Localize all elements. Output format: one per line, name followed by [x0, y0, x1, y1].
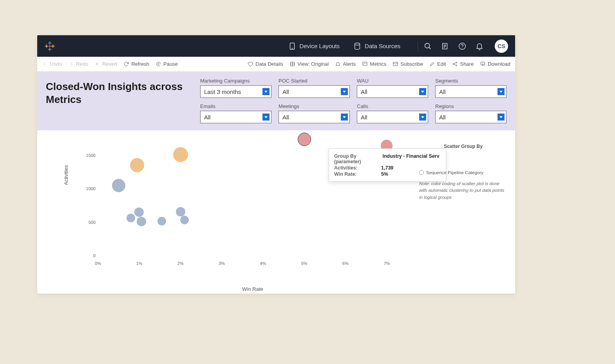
- x-axis-label: Win Rate: [98, 286, 407, 292]
- svg-rect-27: [393, 62, 398, 66]
- filter-wau: WAU All: [357, 78, 428, 98]
- app-window: Device Layouts Data Sources CS: [37, 35, 515, 294]
- data-point[interactable]: [176, 207, 185, 216]
- new-workbook-icon[interactable]: [441, 42, 449, 50]
- svg-point-12: [355, 43, 360, 45]
- svg-point-29: [456, 62, 457, 63]
- y-tick: 500: [82, 220, 96, 225]
- dashboard-title: Closed-Won Insights across Metrics: [46, 78, 191, 123]
- filter-label: Emails: [200, 103, 271, 109]
- filter-marketing-campaigns: Marketing Campaigns Last 3 months: [200, 78, 271, 98]
- download-button[interactable]: Download: [480, 61, 510, 67]
- groupby-radio[interactable]: Sequence Pipeline Category: [419, 170, 507, 175]
- data-point[interactable]: [134, 207, 144, 217]
- subscribe-button[interactable]: Subscribe: [393, 61, 423, 67]
- device-layouts-link[interactable]: Device Layouts: [288, 42, 340, 50]
- y-tick: 0: [82, 253, 96, 258]
- side-panel-note: Note: color coding of scatter plot is do…: [419, 180, 507, 201]
- data-sources-label: Data Sources: [365, 43, 400, 49]
- filter-select-calls[interactable]: All: [357, 111, 428, 123]
- x-tick: 1%: [136, 261, 142, 266]
- filter-label: WAU: [357, 78, 428, 84]
- filter-emails: Emails All: [200, 103, 271, 123]
- data-point[interactable]: [173, 147, 188, 162]
- radio-icon: [419, 170, 424, 175]
- svg-line-14: [429, 47, 430, 49]
- data-point[interactable]: [157, 217, 166, 225]
- edit-button[interactable]: Edit: [429, 61, 446, 67]
- revert-button[interactable]: Revert: [94, 61, 117, 67]
- filter-select-segments[interactable]: All: [435, 85, 506, 98]
- filter-select-meetings[interactable]: All: [279, 111, 350, 123]
- filter-select-regions[interactable]: All: [435, 111, 506, 123]
- data-point[interactable]: [130, 158, 144, 172]
- x-tick: 7%: [383, 261, 390, 266]
- search-icon[interactable]: [423, 42, 432, 50]
- data-sources-link[interactable]: Data Sources: [353, 42, 400, 50]
- database-icon: [353, 42, 362, 50]
- filter-poc-started: POC Started All: [279, 78, 350, 98]
- tableau-logo-icon: [44, 41, 55, 52]
- chevron-down-icon: [419, 114, 426, 121]
- svg-point-30: [456, 65, 457, 66]
- undo-button[interactable]: Undo: [42, 61, 62, 67]
- pause-button[interactable]: Pause: [156, 61, 178, 67]
- x-tick: 2%: [177, 261, 184, 266]
- filter-label: Segments: [435, 78, 506, 84]
- chevron-down-icon: [419, 88, 426, 95]
- tablet-icon: [288, 42, 297, 50]
- filter-segments: Segments All: [435, 78, 506, 98]
- side-panel-title: Scatter Group By: [419, 144, 507, 149]
- user-avatar[interactable]: CS: [495, 40, 508, 53]
- x-tick: 4%: [260, 261, 266, 266]
- help-icon[interactable]: [458, 42, 467, 50]
- filter-label: Regions: [435, 103, 506, 109]
- filter-label: POC Started: [279, 78, 350, 84]
- chart-zone: Activities 0500100015000%1%2%3%4%5%6%7% …: [37, 130, 515, 294]
- avatar-initials: CS: [497, 43, 505, 49]
- svg-line-31: [454, 63, 456, 64]
- metrics-button[interactable]: Metrics: [362, 61, 386, 67]
- chevron-down-icon: [262, 114, 270, 121]
- side-panel: Scatter Group By Sequence Pipeline Categ…: [419, 144, 507, 201]
- redo-button[interactable]: Redo: [68, 61, 88, 67]
- chevron-down-icon: [341, 88, 348, 95]
- chevron-down-icon: [262, 88, 270, 95]
- chevron-down-icon: [341, 114, 348, 121]
- filter-select-emails[interactable]: All: [200, 111, 271, 123]
- x-tick: 3%: [219, 261, 225, 266]
- x-tick: 6%: [342, 261, 349, 266]
- refresh-button[interactable]: Refresh: [123, 61, 149, 67]
- y-axis-label: Activities: [63, 165, 69, 185]
- svg-point-13: [425, 43, 430, 48]
- x-tick: 5%: [301, 261, 308, 266]
- filter-select-poc-started[interactable]: All: [279, 85, 350, 98]
- filter-meetings: Meetings All: [279, 103, 350, 123]
- chevron-down-icon: [497, 114, 505, 121]
- svg-point-20: [462, 47, 463, 48]
- alerts-button[interactable]: Alerts: [335, 61, 356, 67]
- view-button[interactable]: View: Original: [289, 61, 329, 67]
- toolbar: Undo Redo Revert Refresh Pause Data Deta…: [37, 57, 515, 72]
- data-details-button[interactable]: Data Details: [248, 61, 283, 67]
- filter-label: Meetings: [279, 103, 350, 109]
- filter-label: Marketing Campaigns: [200, 78, 271, 84]
- x-tick: 0%: [95, 261, 101, 266]
- data-point[interactable]: [127, 214, 135, 222]
- chevron-down-icon: [497, 88, 505, 95]
- data-point[interactable]: [137, 217, 146, 226]
- notifications-icon[interactable]: [475, 42, 484, 50]
- device-layouts-label: Device Layouts: [300, 43, 340, 49]
- filter-select-marketing-campaigns[interactable]: Last 3 months: [200, 85, 271, 98]
- data-point[interactable]: [298, 133, 311, 146]
- filter-regions: Regions All: [435, 103, 506, 123]
- filter-bar: Closed-Won Insights across Metrics Marke…: [37, 72, 515, 130]
- y-tick: 1500: [82, 153, 96, 158]
- data-point[interactable]: [180, 216, 189, 224]
- filter-calls: Calls All: [357, 103, 428, 123]
- filter-select-wau[interactable]: All: [357, 85, 428, 98]
- data-point[interactable]: [112, 179, 125, 192]
- nav-divider: [418, 41, 418, 51]
- share-button[interactable]: Share: [452, 61, 474, 67]
- svg-line-32: [454, 64, 456, 65]
